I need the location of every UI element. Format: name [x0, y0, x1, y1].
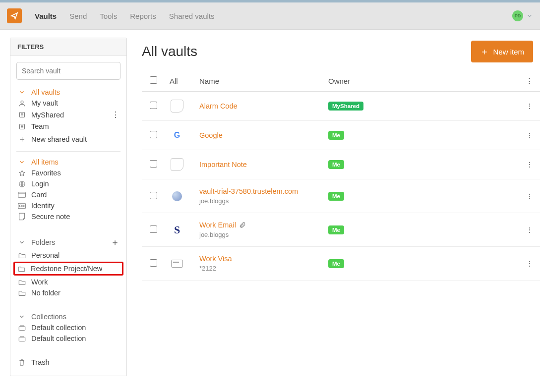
- folder-personal[interactable]: Personal: [16, 250, 120, 261]
- team-item[interactable]: Team: [16, 121, 120, 132]
- note-icon: [17, 213, 26, 221]
- card-icon: [17, 192, 26, 198]
- all-vaults-toggle[interactable]: All vaults: [16, 87, 120, 98]
- nav-vaults[interactable]: Vaults: [35, 12, 57, 20]
- item-name-link[interactable]: vault-trial-37580.trustelem.com: [199, 187, 298, 195]
- sidebar-item-label: Default collection: [31, 335, 86, 342]
- header-options-icon[interactable]: ⋮: [518, 76, 533, 85]
- folder-redstone-project-new[interactable]: Redstone Project/New: [13, 262, 123, 276]
- login-item[interactable]: Login: [16, 178, 120, 189]
- item-subtitle: joe.bloggs: [199, 231, 328, 238]
- more-icon[interactable]: ⋮: [112, 110, 120, 119]
- svg-point-6: [19, 205, 21, 207]
- table-row[interactable]: S Work Email joe.bloggs Me ⋮: [142, 213, 540, 247]
- note-icon: [171, 158, 183, 171]
- app-logo: [7, 8, 22, 23]
- my-vault-item[interactable]: My vault: [16, 98, 120, 109]
- row-options-icon[interactable]: ⋮: [518, 226, 533, 234]
- svg-rect-4: [18, 192, 26, 198]
- collection-item[interactable]: Default collection: [16, 333, 120, 344]
- attachment-icon: [239, 222, 246, 228]
- table-row[interactable]: Alarm Code MyShared ⋮: [142, 92, 540, 121]
- row-options-icon[interactable]: ⋮: [518, 192, 533, 200]
- plus-icon: ＋: [17, 133, 26, 145]
- new-shared-vault[interactable]: ＋ New shared vault: [16, 132, 120, 146]
- collection-icon: [17, 325, 26, 331]
- folder-icon: [17, 266, 26, 272]
- note-icon: [171, 100, 183, 112]
- sidebar-item-label: MyShared: [31, 111, 64, 119]
- new-item-label: New item: [493, 48, 524, 56]
- col-all[interactable]: All: [170, 77, 199, 85]
- collections-label: Collections: [31, 313, 66, 321]
- folder-icon: [17, 290, 26, 296]
- identity-item[interactable]: Identity: [16, 200, 120, 211]
- row-checkbox[interactable]: [150, 102, 157, 109]
- item-subtitle: *2122: [199, 265, 328, 272]
- collection-item[interactable]: Default collection: [16, 322, 120, 333]
- sidebar-item-label: New shared vault: [31, 135, 87, 143]
- globe-icon: [17, 180, 26, 188]
- secure-note-item[interactable]: Secure note: [16, 211, 120, 222]
- table-row[interactable]: G Google Me ⋮: [142, 121, 540, 150]
- table-row[interactable]: Important Note Me ⋮: [142, 150, 540, 179]
- person-icon: [17, 100, 26, 107]
- item-name-link[interactable]: Google: [199, 131, 223, 139]
- favorites-item[interactable]: Favorites: [16, 168, 120, 178]
- chevron-down-icon: [526, 12, 533, 19]
- chevron-down-icon: [17, 313, 26, 320]
- folder-none[interactable]: No folder: [16, 287, 120, 298]
- all-items-toggle[interactable]: All items: [16, 157, 120, 168]
- select-all-checkbox[interactable]: [150, 76, 157, 84]
- collections-toggle[interactable]: Collections: [16, 311, 120, 322]
- sidebar-item-label: Card: [31, 191, 47, 199]
- item-name-link[interactable]: Work Email: [199, 221, 246, 229]
- row-checkbox[interactable]: [150, 225, 157, 233]
- folders-toggle[interactable]: Folders ＋: [16, 235, 120, 250]
- nav-send[interactable]: Send: [69, 12, 87, 20]
- nav-reports[interactable]: Reports: [130, 12, 156, 20]
- trash-item[interactable]: Trash: [16, 357, 120, 368]
- table-row[interactable]: Work Visa *2122 Me ⋮: [142, 247, 540, 280]
- nav-tabs: Vaults Send Tools Reports Shared vaults: [35, 12, 215, 20]
- owner-badge: Me: [328, 259, 344, 268]
- folder-work[interactable]: Work: [16, 277, 120, 287]
- row-checkbox[interactable]: [150, 131, 157, 138]
- svg-rect-7: [19, 326, 25, 330]
- col-name[interactable]: Name: [199, 77, 328, 85]
- item-name-link[interactable]: Important Note: [199, 161, 247, 168]
- row-options-icon[interactable]: ⋮: [518, 131, 533, 139]
- sidebar-item-label: Default collection: [31, 324, 86, 332]
- col-owner[interactable]: Owner: [328, 77, 518, 85]
- sidebar-item-label: Favorites: [31, 169, 61, 177]
- item-name-link[interactable]: Alarm Code: [199, 102, 238, 110]
- nav-shared-vaults[interactable]: Shared vaults: [169, 12, 215, 20]
- avatar: PD: [512, 10, 523, 21]
- chevron-down-icon: [17, 239, 26, 246]
- row-checkbox[interactable]: [150, 192, 157, 199]
- sidebar-item-label: Redstone Project/New: [31, 265, 102, 273]
- item-name-link[interactable]: Work Visa: [199, 255, 232, 263]
- sidebar: FILTERS All vaults My vault MyShared ⋮ T…: [10, 38, 127, 376]
- new-item-button[interactable]: ＋ New item: [471, 41, 533, 62]
- svg-point-0: [21, 101, 23, 103]
- card-item[interactable]: Card: [16, 189, 120, 200]
- row-options-icon[interactable]: ⋮: [518, 161, 533, 168]
- row-checkbox[interactable]: [150, 259, 157, 267]
- sidebar-item-label: No folder: [31, 289, 60, 297]
- table-row[interactable]: vault-trial-37580.trustelem.com joe.blog…: [142, 179, 540, 213]
- collection-icon: [17, 336, 26, 342]
- owner-badge: Me: [328, 131, 344, 140]
- row-options-icon[interactable]: ⋮: [518, 260, 533, 268]
- row-checkbox[interactable]: [150, 160, 157, 168]
- owner-badge: Me: [328, 225, 344, 234]
- myshared-item[interactable]: MyShared ⋮: [16, 109, 120, 121]
- search-input[interactable]: [16, 62, 120, 80]
- user-menu[interactable]: PD: [512, 10, 533, 21]
- nav-tools[interactable]: Tools: [100, 12, 117, 20]
- row-options-icon[interactable]: ⋮: [518, 102, 533, 110]
- trash-icon: [17, 359, 26, 366]
- add-folder-icon[interactable]: ＋: [111, 236, 120, 248]
- sidebar-item-label: Identity: [31, 202, 55, 210]
- org-icon: [17, 111, 26, 118]
